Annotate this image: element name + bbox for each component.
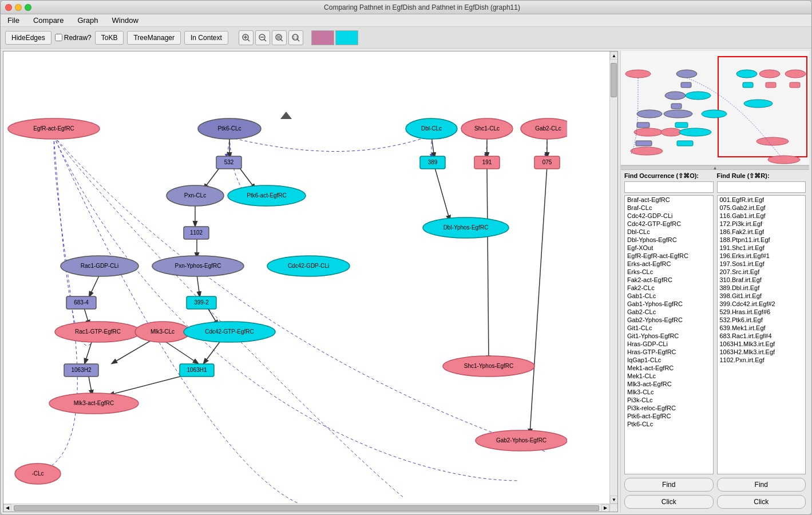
list-item[interactable]: 172.Pi3k.irt.Egf bbox=[718, 220, 806, 228]
color-swatch-1[interactable] bbox=[311, 30, 334, 45]
list-item[interactable]: 529.Hras.irt.Egf#6 bbox=[718, 308, 806, 316]
list-item[interactable]: 191.Shc1.irt.Egf bbox=[718, 244, 806, 252]
window-title: Comparing Pathnet in EgfDish and Pathnet… bbox=[37, 3, 807, 11]
list-item[interactable]: Ptk6-CLc bbox=[625, 420, 713, 428]
svg-rect-104 bbox=[671, 104, 682, 109]
click-button-2[interactable]: Click bbox=[717, 495, 806, 509]
list-item[interactable]: Mlk3-CLc bbox=[625, 388, 713, 396]
list-item[interactable]: Dbl-CLc bbox=[625, 228, 713, 236]
svg-point-102 bbox=[665, 92, 686, 100]
find-buttons-row: Find Find bbox=[624, 478, 806, 492]
redraw-checkbox-label[interactable]: Redraw? bbox=[55, 34, 92, 42]
list-item[interactable]: Cdc42-GDP-CLi bbox=[625, 212, 713, 220]
list-item[interactable]: 207.Src.irt.Egf bbox=[718, 268, 806, 276]
graph-panel[interactable]: EgfR-act-EgfRC Ptk6-CLc Dbl-CLc Shc1-CLc… bbox=[3, 51, 618, 512]
hide-edges-button[interactable]: HideEdges bbox=[5, 31, 52, 45]
scroll-thumb-h[interactable] bbox=[14, 505, 599, 511]
list-item[interactable]: 683.Rac1.irt.Egf#4 bbox=[718, 332, 806, 340]
click-button-1[interactable]: Click bbox=[624, 495, 714, 509]
list-item[interactable]: Fak2-CLc bbox=[625, 284, 713, 292]
list-item[interactable]: 398.Git1.irt.Egf bbox=[718, 292, 806, 300]
menu-bar: File Compare Graph Window bbox=[1, 14, 811, 27]
list-item[interactable]: Braf-act-EgfRC bbox=[625, 196, 713, 204]
list-item[interactable]: Fak2-act-EgfRC bbox=[625, 276, 713, 284]
redraw-checkbox[interactable] bbox=[55, 34, 62, 41]
list-item[interactable]: Hras-GDP-CLi bbox=[625, 340, 713, 348]
zoom-in-button[interactable] bbox=[239, 30, 253, 45]
tokb-button[interactable]: ToKB bbox=[95, 31, 124, 45]
scrollbar-vertical[interactable]: ▲ ▼ bbox=[609, 52, 617, 504]
zoom-fit-button[interactable] bbox=[272, 30, 287, 45]
list-item[interactable]: 197.Sos1.irt.Egf bbox=[718, 260, 806, 268]
list-item[interactable]: 639.Mek1.irt.Egf bbox=[718, 324, 806, 332]
color-swatch-2[interactable] bbox=[335, 30, 358, 45]
list-item[interactable]: 399.Cdc42.irt.Egf#2 bbox=[718, 300, 806, 308]
list-item[interactable]: 001.EgfR.irt.Egf bbox=[718, 196, 806, 204]
maximize-button[interactable] bbox=[25, 4, 31, 11]
scroll-down-arrow[interactable]: ▼ bbox=[610, 496, 618, 504]
list-item[interactable]: Erks-act-EgfRC bbox=[625, 260, 713, 268]
occurrence-list[interactable]: Braf-act-EgfRCBraf-CLcCdc42-GDP-CLiCdc42… bbox=[624, 195, 714, 474]
list-item[interactable]: Gab1-Yphos-EgfRC bbox=[625, 300, 713, 308]
list-item[interactable]: Mek1-act-EgfRC bbox=[625, 364, 713, 372]
find-occurrence-label: Find Occurrence (⇧⌘O): bbox=[624, 172, 714, 180]
list-item[interactable]: IqGap1-CLc bbox=[625, 356, 713, 364]
list-item[interactable]: 310.Braf.irt.Egf bbox=[718, 276, 806, 284]
menu-compare[interactable]: Compare bbox=[31, 15, 66, 26]
zoom-out-button[interactable] bbox=[255, 30, 270, 45]
svg-point-96 bbox=[759, 70, 780, 78]
list-item[interactable]: Dbl-Yphos-EgfRC bbox=[625, 236, 713, 244]
list-item[interactable]: 116.Gab1.irt.Egf bbox=[718, 212, 806, 220]
find-rule-input[interactable] bbox=[717, 181, 806, 193]
list-item[interactable]: Cdc42-GTP-EgfRC bbox=[625, 220, 713, 228]
tree-manager-button[interactable]: TreeManager bbox=[127, 31, 181, 45]
find-button-1[interactable]: Find bbox=[624, 478, 714, 492]
list-item[interactable]: Gab2-CLc bbox=[625, 308, 713, 316]
list-item[interactable]: 196.Erks.irt.Egf#1 bbox=[718, 252, 806, 260]
find-occurrence-input[interactable] bbox=[624, 181, 714, 193]
list-item[interactable]: Hras-GTP-EgfRC bbox=[625, 348, 713, 356]
list-item[interactable]: Gab1-CLc bbox=[625, 292, 713, 300]
list-item[interactable]: 1063H1.Mlk3.irt.Egf bbox=[718, 340, 806, 348]
list-item[interactable]: Erks-CLc bbox=[625, 268, 713, 276]
menu-window[interactable]: Window bbox=[110, 15, 141, 26]
scroll-right-arrow[interactable]: ▶ bbox=[601, 504, 609, 512]
list-item[interactable]: Mlk3-act-EgfRC bbox=[625, 380, 713, 388]
in-context-button[interactable]: In Context bbox=[184, 31, 228, 45]
svg-point-112 bbox=[661, 128, 682, 136]
minimize-button[interactable] bbox=[15, 4, 22, 11]
svg-point-72 bbox=[55, 322, 141, 342]
list-item[interactable]: Pi3k-CLc bbox=[625, 396, 713, 404]
menu-file[interactable]: File bbox=[5, 15, 22, 26]
list-item[interactable]: 1102.Pxn.irt.Egf bbox=[718, 356, 806, 364]
scrollbar-horizontal[interactable]: ◀ ▶ bbox=[3, 504, 609, 512]
list-item[interactable]: 1063H2.Mlk3.irt.Egf bbox=[718, 348, 806, 356]
close-button[interactable] bbox=[5, 4, 12, 11]
list-item[interactable]: Ptk6-act-EgfRC bbox=[625, 412, 713, 420]
list-item[interactable]: Git1-CLc bbox=[625, 324, 713, 332]
list-item[interactable]: 532.Ptk6.irt.Egf bbox=[718, 316, 806, 324]
scroll-thumb-v[interactable] bbox=[611, 63, 617, 97]
find-button-2[interactable]: Find bbox=[717, 478, 806, 492]
svg-point-64 bbox=[152, 256, 244, 276]
menu-graph[interactable]: Graph bbox=[75, 15, 100, 26]
scroll-left-arrow[interactable]: ◀ bbox=[3, 504, 11, 512]
list-item[interactable]: 075.Gab2.irt.Egf bbox=[718, 204, 806, 212]
title-bar: Comparing Pathnet in EgfDish and Pathnet… bbox=[1, 1, 811, 14]
list-item[interactable]: 186.Fak2.irt.Egf bbox=[718, 228, 806, 236]
list-item[interactable]: 389.Dbl.irt.Egf bbox=[718, 284, 806, 292]
list-item[interactable]: Egf-XOut bbox=[625, 244, 713, 252]
rule-list[interactable]: 001.EgfR.irt.Egf075.Gab2.irt.Egf116.Gab1… bbox=[717, 195, 806, 474]
zoom-reset-button[interactable]: 1:1 bbox=[288, 30, 303, 45]
toolbar: HideEdges Redraw? ToKB TreeManager In Co… bbox=[1, 27, 811, 49]
list-item[interactable]: Git1-Yphos-EgfRC bbox=[625, 332, 713, 340]
bottom-buttons: Find Find Click Click bbox=[621, 474, 809, 512]
svg-point-105 bbox=[744, 100, 773, 108]
list-item[interactable]: EgfR-EgfR-act-EgfRC bbox=[625, 252, 713, 260]
list-item[interactable]: 188.Ptpn11.irt.Egf bbox=[718, 236, 806, 244]
list-item[interactable]: Pi3k-reloc-EgfRC bbox=[625, 404, 713, 412]
list-item[interactable]: Gab2-Yphos-EgfRC bbox=[625, 316, 713, 324]
list-item[interactable]: Braf-CLc bbox=[625, 204, 713, 212]
scroll-up-arrow[interactable]: ▲ bbox=[610, 52, 618, 60]
list-item[interactable]: Mek1-CLc bbox=[625, 372, 713, 380]
